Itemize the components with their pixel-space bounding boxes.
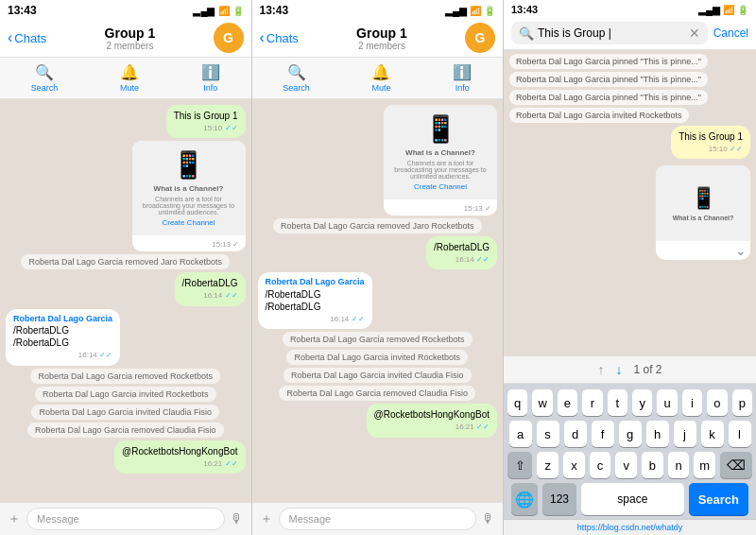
msg-image-1: 📱 What is a Channel? Channels are a tool… — [132, 141, 246, 251]
key-i[interactable]: i — [682, 389, 702, 416]
sys-removed-rb-1: Roberta Dal Lago Garcia removed Rocketbo… — [30, 369, 220, 384]
phone-img-icon-3: 📱 — [691, 186, 716, 211]
msg-roberta-dlg-2: /RobertaDLG 16:14 ✓✓ — [426, 236, 497, 269]
channel-sub-1: Channels are a tool for broadcasting you… — [138, 196, 240, 216]
sys-invited-rb-2: Roberta Dal Lago Garcia invited Rocketbo… — [286, 350, 468, 365]
toolbar-info-1[interactable]: ℹ️ Info — [201, 63, 220, 93]
search-messages-area: Roberta Dal Lago Garcia pinned "This is … — [504, 50, 756, 355]
key-delete[interactable]: ⌫ — [720, 452, 752, 478]
search-query-text[interactable]: This is Group | — [538, 26, 685, 40]
key-a[interactable]: a — [509, 421, 532, 447]
phone-img-icon-1: 📱 — [172, 149, 205, 181]
check-group1: ✓✓ — [225, 124, 238, 132]
nav-down-btn[interactable]: ↓ — [615, 362, 622, 377]
channel-title-2: What is a Channel? — [405, 148, 475, 157]
key-r[interactable]: r — [582, 389, 602, 416]
channel-title-1: What is a Channel? — [154, 184, 224, 193]
toolbar-search-2[interactable]: 🔍 Search — [283, 63, 310, 93]
key-j[interactable]: j — [674, 421, 696, 447]
key-n[interactable]: n — [668, 452, 690, 478]
key-c[interactable]: c — [590, 452, 611, 478]
key-h[interactable]: h — [646, 421, 669, 447]
input-left-icon-1: ＋ — [8, 510, 21, 527]
key-search[interactable]: Search — [689, 483, 748, 515]
cancel-button[interactable]: Cancel — [713, 26, 748, 40]
key-w[interactable]: w — [532, 389, 552, 416]
check-in-1: ✓✓ — [99, 351, 112, 359]
key-l[interactable]: l — [729, 421, 751, 447]
wifi-icon-3: 📶 — [723, 5, 734, 15]
search-box[interactable]: 🔍 This is Group | ✕ — [511, 22, 708, 44]
panel-2: 13:43 ▂▄▆ 📶 🔋 ‹ Chats Group 1 2 members … — [252, 0, 505, 535]
header-title-2: Group 1 — [356, 26, 407, 41]
msg-time-bot-1: 16:21 ✓✓ — [122, 459, 237, 469]
info-icon-2: ℹ️ — [453, 63, 472, 81]
key-g[interactable]: g — [619, 421, 642, 447]
toolbar-mute-2[interactable]: 🔔 Mute — [371, 63, 390, 93]
key-u[interactable]: u — [657, 389, 677, 416]
mute-icon-1: 🔔 — [120, 63, 139, 81]
msg-time-in-1: 16:14 ✓✓ — [13, 351, 112, 360]
scroll-down-icon: ⌄ — [735, 243, 747, 258]
key-q[interactable]: q — [507, 389, 527, 416]
key-b[interactable]: b — [642, 452, 663, 478]
key-o[interactable]: o — [707, 389, 727, 416]
key-v[interactable]: v — [615, 452, 637, 478]
time-2: 13:43 — [260, 4, 289, 17]
input-bar-1: ＋ Message 🎙 — [0, 502, 251, 535]
key-s[interactable]: s — [537, 421, 559, 447]
key-globe[interactable]: 🌐 — [511, 483, 538, 515]
msg-image-inner-3: 📱 What is a Channel? — [656, 165, 750, 241]
create-channel-link-2[interactable]: Create Channel — [414, 182, 467, 191]
avatar-1[interactable]: G — [214, 23, 244, 53]
key-d[interactable]: d — [564, 421, 587, 447]
toolbar-mute-label-1: Mute — [120, 83, 139, 93]
back-button-2[interactable]: ‹ Chats — [260, 29, 299, 46]
key-z[interactable]: z — [537, 452, 558, 478]
input-left-icon-2: ＋ — [260, 510, 273, 527]
messages-area-1: This is Group 1 15:10 ✓✓ 📱 What is a Cha… — [0, 99, 251, 502]
toolbar-info-label-1: Info — [203, 83, 217, 93]
back-chevron-2: ‹ — [260, 29, 265, 46]
sticker-icon-2: 🎙 — [482, 511, 495, 526]
msg-time-group1: 15:10 ✓✓ — [174, 124, 238, 133]
key-shift[interactable]: ⇧ — [507, 452, 532, 478]
message-input-1[interactable]: Message — [26, 508, 225, 530]
scroll-down-btn[interactable]: ⌄ — [656, 241, 750, 260]
key-f[interactable]: f — [592, 421, 614, 447]
msg-time-image-1: 15:13 ✓ — [132, 237, 246, 251]
back-button-1[interactable]: ‹ Chats — [8, 29, 46, 46]
toolbar-info-2[interactable]: ℹ️ Info — [453, 63, 472, 93]
toolbar-mute-1[interactable]: 🔔 Mute — [120, 63, 139, 93]
signal-icon: ▂▄▆ — [193, 6, 215, 16]
message-input-2[interactable]: Message — [279, 508, 477, 530]
msg-time-image-2: 15:13 ✓ — [384, 201, 497, 216]
nav-up-btn[interactable]: ↑ — [597, 362, 604, 377]
pinned-msg-2: Roberta Dal Lago Garcia pinned "This is … — [509, 72, 708, 87]
system-msg-removed-jaro-2: Roberta Dal Lago Garcia removed Jaro Roc… — [273, 218, 482, 233]
highlighted-msg: This is Group 1 15:10 ✓✓ — [671, 126, 750, 159]
key-t[interactable]: t — [608, 389, 627, 416]
key-m[interactable]: m — [694, 452, 715, 478]
key-e[interactable]: e — [558, 389, 577, 416]
search-clear-btn[interactable]: ✕ — [689, 26, 700, 41]
key-space[interactable]: space — [581, 483, 684, 515]
create-channel-link-1[interactable]: Create Channel — [162, 218, 215, 227]
msg-text-rdlg-2: /RobertaDLG — [434, 242, 490, 252]
key-y[interactable]: y — [632, 389, 652, 416]
header-center-2: Group 1 2 members — [302, 26, 461, 51]
key-k[interactable]: k — [701, 421, 724, 447]
msg-image-inner-2: 📱 What is a Channel? Channels are a tool… — [384, 105, 497, 199]
msg-text-rdlg-1: /RobertaDLG — [182, 278, 238, 288]
key-x[interactable]: x — [563, 452, 585, 478]
kbd-row-1: q w e r t y u i o p — [507, 389, 752, 416]
key-p[interactable]: p — [732, 389, 752, 416]
message-placeholder-1: Message — [37, 513, 79, 525]
kbd-row-3: ⇧ z x c v b n m ⌫ — [507, 452, 752, 478]
toolbar-search-1[interactable]: 🔍 Search — [31, 63, 59, 93]
msg-time-rdlg-2: 16:14 ✓✓ — [434, 255, 490, 265]
system-msg-removed-jaro-1: Roberta Dal Lago Garcia removed Jaro Roc… — [21, 254, 230, 269]
key-123[interactable]: 123 — [542, 483, 576, 515]
pinned-msg-1: Roberta Dal Lago Garcia pinned "This is … — [509, 54, 708, 69]
avatar-2[interactable]: G — [465, 23, 495, 53]
